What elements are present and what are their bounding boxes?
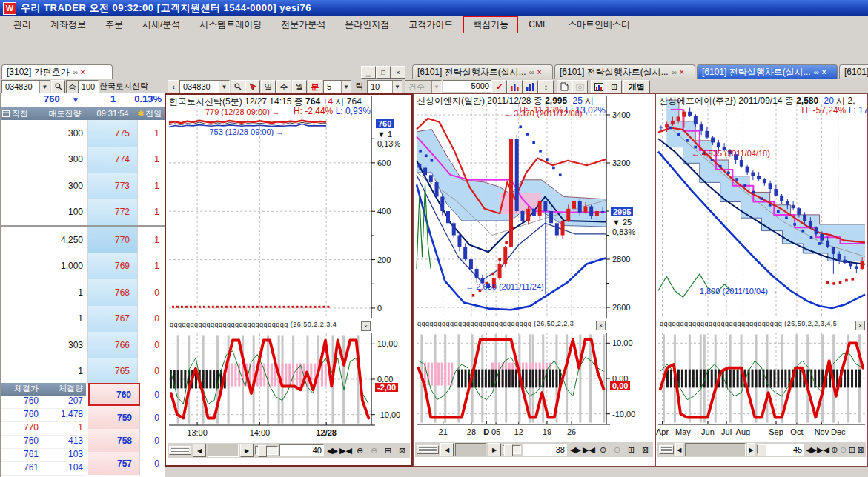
zoom-in-icon[interactable]: ⊕ <box>354 444 366 456</box>
compress-icon[interactable]: ▶◀ <box>583 444 595 456</box>
tick-value-combo[interactable]: 10 ▼ <box>367 80 402 93</box>
ask-qty-cell[interactable]: 303 <box>42 332 88 358</box>
chart-svg[interactable] <box>166 95 411 427</box>
scroll-left-button[interactable]: ◀ <box>675 443 683 456</box>
resize-handle-icon[interactable] <box>659 445 674 454</box>
ask-qty-cell[interactable]: 1 <box>42 279 88 306</box>
bar-count-input[interactable] <box>760 444 804 456</box>
ask-price-cell[interactable]: 773 <box>88 173 138 199</box>
scroll-left-button[interactable]: ◀ <box>440 443 454 456</box>
zoom-in-icon[interactable]: ⊕ <box>831 444 838 456</box>
menu-item-10[interactable]: 스마트인베스터 <box>559 17 639 33</box>
scroll-track[interactable] <box>685 443 746 456</box>
zoom-out-icon[interactable]: ⊖ <box>611 444 623 456</box>
close-window-button[interactable]: × <box>391 66 405 79</box>
slider-thumb-icon[interactable] <box>758 444 766 456</box>
orderbook-search-button[interactable] <box>51 80 65 93</box>
ask-qty-cell[interactable]: 100 <box>42 199 88 226</box>
zoom-slider[interactable] <box>503 445 521 454</box>
chart-code-combo[interactable]: 034830 ▼ <box>179 80 230 93</box>
report-chart-button[interactable] <box>591 80 606 93</box>
period-button-주[interactable]: 주 <box>276 80 291 93</box>
scroll-right-button[interactable]: ▶ <box>488 443 501 456</box>
multi-chart-button[interactable] <box>507 80 523 93</box>
ask-qty-cell[interactable]: 4,250 <box>42 227 88 253</box>
scroll-right-button[interactable]: ▶ <box>240 444 254 457</box>
close-icon[interactable]: ⊠ <box>396 444 408 456</box>
ask-qty-cell[interactable]: 300 <box>42 147 88 173</box>
menu-item-3[interactable]: 시세/분석 <box>133 17 189 33</box>
tab-0[interactable]: [3102] 간편호가∞× <box>1 64 113 79</box>
ask-qty-cell[interactable]: 1 <box>42 358 88 385</box>
chart-svg[interactable] <box>656 94 867 426</box>
bid-price-cell[interactable]: 760 <box>88 383 140 406</box>
compress-icon[interactable]: ▶◀ <box>339 444 352 456</box>
bar-count-input[interactable] <box>523 444 567 456</box>
pan-left-right-icon[interactable]: ◀▶ <box>325 444 338 456</box>
menu-item-4[interactable]: 시스템트레이딩 <box>191 17 271 33</box>
tab-close-icon[interactable]: × <box>822 68 826 76</box>
chart-pointer-button[interactable] <box>245 80 260 93</box>
zoom-out-icon[interactable]: ⊖ <box>840 444 847 456</box>
ask-qty-cell[interactable]: 1 <box>42 306 88 333</box>
count-input[interactable] <box>443 80 491 92</box>
minimize-window-button[interactable]: ▁ <box>361 66 376 79</box>
bid-price-cell[interactable]: 757 <box>88 452 140 475</box>
bid-price-cell[interactable]: 758 <box>88 429 140 452</box>
restore-window-button[interactable]: □ <box>376 66 391 79</box>
resize-handle-icon[interactable] <box>169 446 191 455</box>
zoom-slider[interactable] <box>757 445 758 454</box>
title-bar[interactable]: W 우리 TRADER 오전 09:32:00 [고객지원센터 1544-000… <box>0 0 868 16</box>
new-document-button[interactable] <box>557 80 572 93</box>
scroll-left-button[interactable]: ◀ <box>193 444 206 457</box>
period-value-combo[interactable]: 5 ▼ <box>323 80 351 93</box>
menu-item-1[interactable]: 계좌정보 <box>42 17 95 33</box>
indicator-close-icon[interactable]: × <box>361 321 371 331</box>
period-button-분[interactable]: 분 <box>308 80 322 93</box>
bid-price-cell[interactable]: 759 <box>88 406 140 429</box>
menu-item-8[interactable]: 핵심기능 <box>463 16 518 33</box>
tab-close-icon[interactable]: × <box>680 68 684 76</box>
menu-item-9[interactable]: CME <box>520 18 557 31</box>
zoom-in-icon[interactable]: ⊕ <box>597 444 609 456</box>
slider-thumb-icon[interactable] <box>258 445 267 457</box>
sort-updown-button[interactable]: ↕ <box>538 80 554 93</box>
confirm-check-button[interactable]: ✔ <box>491 80 507 93</box>
pan-left-right-icon[interactable]: ◀▶ <box>569 444 581 456</box>
bar-chart-button[interactable] <box>523 80 538 93</box>
menu-item-0[interactable]: 관리 <box>4 17 40 33</box>
menu-item-7[interactable]: 고객가이드 <box>400 17 462 33</box>
ask-qty-cell[interactable]: 1,000 <box>42 253 88 280</box>
zoom-out-icon[interactable]: ⊖ <box>368 444 380 456</box>
close-icon[interactable]: ⊠ <box>639 444 652 456</box>
ask-price-cell[interactable]: 767 <box>88 306 138 333</box>
tab-close-icon[interactable]: × <box>81 68 85 76</box>
ask-price-cell[interactable]: 766 <box>88 332 138 358</box>
ask-price-cell[interactable]: 770 <box>88 227 138 253</box>
settings-gear-icon[interactable]: ✱ <box>137 109 144 119</box>
grid-view-button[interactable]: ⊞ <box>606 80 622 93</box>
scroll-track[interactable] <box>208 444 239 457</box>
ask-price-cell[interactable]: 775 <box>88 120 138 147</box>
ask-qty-cell[interactable]: 300 <box>42 173 88 199</box>
chart-nav-left-button[interactable]: ‹ <box>168 80 179 93</box>
tab-4[interactable]: [6101] 전략실행차트(실시...∞× <box>839 64 868 79</box>
scroll-right-button[interactable]: ▶ <box>747 443 755 456</box>
orderbook-code-combo[interactable]: 034830 ▼ <box>1 80 50 93</box>
period-button-월[interactable]: 월 <box>292 80 307 93</box>
period-button-일[interactable]: 일 <box>261 80 276 93</box>
fit-icon[interactable]: ⊞ <box>382 444 394 456</box>
ask-price-cell[interactable]: 774 <box>88 147 138 173</box>
pan-left-right-icon[interactable]: ◀▶ <box>806 444 815 456</box>
scroll-track[interactable] <box>455 443 486 456</box>
resize-handle-icon[interactable] <box>417 445 439 454</box>
compress-icon[interactable]: ▶◀ <box>817 444 829 456</box>
menu-item-5[interactable]: 전문가분석 <box>272 17 334 33</box>
ask-price-cell[interactable]: 765 <box>88 358 138 385</box>
indicator-close-icon[interactable]: × <box>855 321 865 330</box>
menu-item-2[interactable]: 주문 <box>96 17 132 33</box>
ask-price-cell[interactable]: 772 <box>88 199 138 226</box>
individual-button[interactable]: 개별 <box>623 80 650 93</box>
tab-close-icon[interactable]: × <box>537 68 542 76</box>
close-icon[interactable]: ⊠ <box>857 444 864 456</box>
